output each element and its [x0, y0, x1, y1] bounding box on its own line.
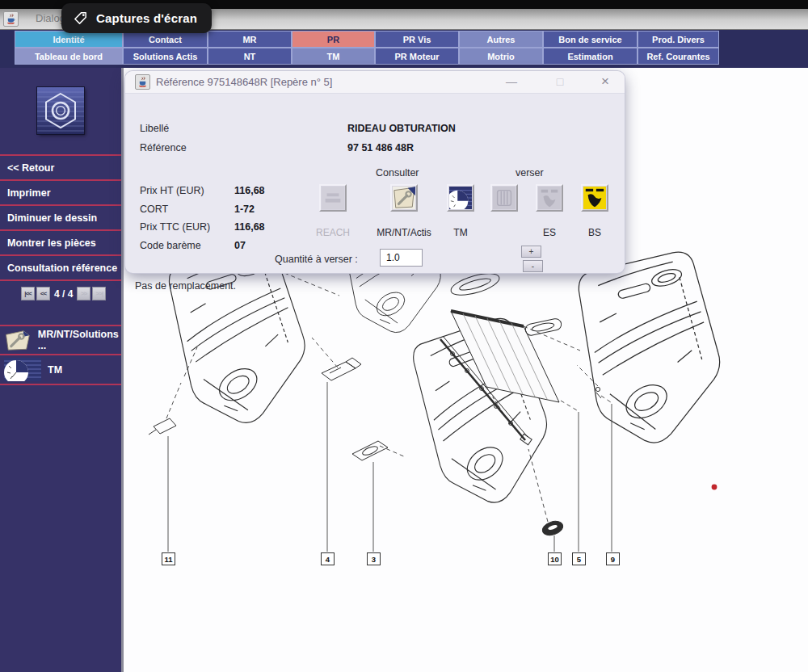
main-nav: Identité Contact MR PR PR Vis Autres Bon…	[0, 29, 808, 68]
toast-label: Captures d'écran	[96, 11, 197, 25]
reach-button-label: REACH	[316, 227, 350, 238]
reach-button[interactable]	[319, 184, 347, 212]
dialog-title: Référence 975148648R [Repère n° 5]	[156, 76, 332, 88]
es-button[interactable]	[536, 184, 563, 212]
sidebar-item-label: TM	[48, 364, 62, 376]
tab-estimation[interactable]: Estimation	[543, 48, 638, 65]
code-bareme-label: Code barème	[140, 240, 201, 251]
red-marker-dot	[712, 485, 718, 490]
pagination: |<< << 4 / 4 >> >>|	[0, 279, 121, 307]
callout-11[interactable]: 11	[162, 552, 175, 565]
quantity-input[interactable]	[380, 249, 423, 267]
wrench-page-icon	[4, 330, 32, 351]
hexagon-logo-icon	[37, 87, 84, 134]
tab-prod-divers[interactable]: Prod. Divers	[638, 31, 719, 48]
prix-ttc-value: 116,68	[234, 221, 265, 233]
libelle-label: Libellé	[140, 123, 169, 134]
tag-icon	[73, 10, 88, 26]
sidebar-item-retour[interactable]: << Retour	[0, 154, 121, 179]
gauge-icon	[449, 187, 472, 209]
tab-pr[interactable]: PR	[292, 31, 375, 48]
verser-label: verser	[516, 167, 544, 178]
es-button-label: ES	[543, 227, 556, 238]
tm-button[interactable]	[447, 184, 474, 212]
sidebar: << Retour Imprimer Diminuer le dessin Mo…	[0, 68, 124, 672]
mrnt-actis-button[interactable]	[390, 184, 418, 212]
minimize-button[interactable]: —	[503, 74, 520, 90]
pagination-first-button[interactable]: |<<	[21, 287, 35, 300]
pagination-label: 4 / 4	[54, 288, 73, 300]
prix-ttc-label: Prix TTC (EUR)	[140, 221, 210, 233]
quantity-label: Quantité à verser :	[275, 254, 358, 265]
app-window: Dialogy ← Captures d'écran Identité Cont…	[0, 0, 808, 672]
tab-pr-vis[interactable]: PR Vis	[375, 31, 459, 48]
close-button[interactable]: ×	[597, 74, 613, 90]
sidebar-item-montrer[interactable]: Montrer les pièces	[0, 229, 121, 254]
callout-4[interactable]: 4	[321, 552, 335, 565]
tab-tm[interactable]: TM	[292, 48, 375, 65]
tab-mr[interactable]: MR	[208, 31, 292, 48]
quantity-minus-button[interactable]: -	[523, 260, 543, 272]
prix-ht-value: 116,68	[234, 185, 265, 196]
java-app-icon	[3, 11, 19, 27]
sidebar-item-diminuer[interactable]: Diminuer le dessin	[0, 204, 121, 229]
pagination-prev-button[interactable]: <<	[36, 287, 50, 300]
cort-value: 1-72	[234, 204, 255, 215]
sidebar-item-imprimer[interactable]: Imprimer	[0, 179, 121, 204]
reference-label: Référence	[140, 142, 187, 153]
code-bareme-value: 07	[234, 240, 246, 251]
callout-5[interactable]: 5	[572, 552, 586, 565]
tm-button-label: TM	[453, 227, 467, 238]
tab-motrio[interactable]: Motrio	[459, 48, 543, 65]
tab-solutions-actis[interactable]: Solutions Actis	[123, 48, 208, 65]
tab-autres[interactable]: Autres	[459, 31, 543, 48]
tab-contact[interactable]: Contact	[123, 31, 208, 48]
libelle-value: RIDEAU OBTURATION	[347, 123, 456, 134]
tab-bon-de-service[interactable]: Bon de service	[543, 31, 638, 48]
bs-button[interactable]	[581, 184, 608, 212]
cort-label: CORT	[140, 204, 168, 215]
tab-tableau-de-bord[interactable]: Tableau de bord	[15, 48, 123, 65]
sidebar-item-mrnt-solutions[interactable]: MR/NT/Solutions ...	[0, 325, 121, 354]
replacement-note: Pas de remplacement.	[135, 280, 236, 292]
sidebar-item-tm[interactable]: TM	[0, 354, 121, 384]
gauge-icon	[4, 358, 41, 381]
reference-dialog: Référence 975148648R [Repère n° 5] — □ ×…	[125, 71, 625, 273]
bs-icon	[583, 187, 606, 209]
java-dialog-icon	[135, 74, 150, 90]
mrnt-actis-button-label: MR/NT/Actis	[377, 227, 431, 238]
callout-9[interactable]: 9	[606, 552, 620, 565]
tab-ref-courantes[interactable]: Ref. Courantes	[638, 48, 719, 65]
tab-identite[interactable]: Identité	[15, 31, 123, 48]
tab-pr-moteur[interactable]: PR Moteur	[375, 48, 459, 65]
prix-ht-label: Prix HT (EUR)	[140, 185, 204, 196]
callout-10[interactable]: 10	[548, 552, 562, 565]
callout-3[interactable]: 3	[367, 552, 381, 565]
dialog-titlebar[interactable]: Référence 975148648R [Repère n° 5] — □ ×	[125, 71, 625, 94]
separator	[0, 384, 121, 385]
pagination-next-button[interactable]: >>	[77, 287, 90, 300]
bs-button-label: BS	[588, 227, 601, 238]
sidebar-item-label: MR/NT/Solutions ...	[38, 329, 120, 351]
tab-nt[interactable]: NT	[208, 48, 292, 65]
consulter-label: Consulter	[376, 167, 419, 178]
reference-value: 97 51 486 48R	[347, 142, 414, 153]
pagination-last-button[interactable]: >>|	[92, 287, 106, 300]
quantity-plus-button[interactable]: +	[521, 246, 541, 258]
screenshot-toast[interactable]: Captures d'écran	[61, 3, 212, 33]
sidebar-item-consultation[interactable]: Consultation référence	[0, 254, 121, 279]
verser-doc-button[interactable]	[490, 184, 518, 212]
wrench-page-icon	[393, 187, 415, 209]
maximize-button[interactable]: □	[552, 74, 568, 90]
